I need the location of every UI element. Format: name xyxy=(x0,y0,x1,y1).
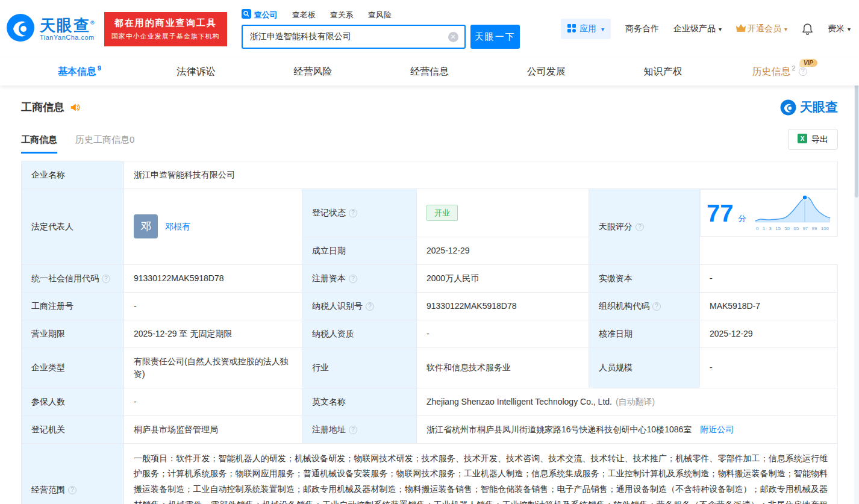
subtab-history-business-info[interactable]: 历史工商信息0 xyxy=(75,134,134,154)
apps-dropdown[interactable]: 应用 xyxy=(561,19,611,39)
notification-bell-icon[interactable] xyxy=(802,23,813,35)
establish-date-value: 2025-12-29 xyxy=(417,237,589,264)
score-number: 77 xyxy=(707,201,734,225)
row-company-name: 企业名称 浙江申造智能科技有限公司 xyxy=(22,161,838,189)
brand-slogan: 都在用的商业查询工具 国家中小企业发展子基金旗下机构 xyxy=(104,12,227,46)
apps-grid-icon xyxy=(567,24,576,34)
company-nav-tabs: 基本信息9 法律诉讼 经营风险 经营信息 公司发展 知识产权 VIP 历史信息2 xyxy=(0,58,859,86)
business-cooperation-link[interactable]: 商务合作 xyxy=(625,23,659,34)
paid-capital-value: - xyxy=(700,264,838,292)
slogan-line2: 国家中小企业发展子基金旗下机构 xyxy=(111,32,220,41)
search-tab-relation[interactable]: 查关系 xyxy=(330,10,354,20)
reg-number-label: 工商注册号 xyxy=(22,292,124,320)
tianyancha-logo[interactable]: 天眼查® TianYanCha.com xyxy=(6,13,96,45)
export-button[interactable]: X 导出 xyxy=(788,129,838,150)
search-tab-company[interactable]: 查公司 xyxy=(242,9,278,20)
legal-rep-avatar[interactable]: 邓 xyxy=(134,214,158,238)
slogan-line1: 都在用的商业查询工具 xyxy=(111,17,220,29)
tab-legal-proceedings[interactable]: 法律诉讼 xyxy=(138,58,255,86)
english-name-label: 英文名称 xyxy=(302,388,417,415)
staff-size-value: - xyxy=(700,347,838,388)
tab-basic-info[interactable]: 基本信息9 xyxy=(21,58,138,86)
business-scope-label: 经营范围 xyxy=(22,443,124,504)
tianyancha-logo-icon xyxy=(6,13,35,45)
tab-history-info[interactable]: VIP 历史信息2 xyxy=(721,58,838,86)
page: 天眼查® TianYanCha.com 都在用的商业查询工具 国家中小企业发展子… xyxy=(0,0,859,504)
insured-count-value: - xyxy=(124,388,302,415)
clear-search-icon[interactable] xyxy=(448,32,458,42)
taxpayer-id-help-icon[interactable] xyxy=(366,302,374,311)
reg-address-value: 浙江省杭州市桐庐县凤川街道姚家路16号快递科技创研中心10楼1086室 附近公司 xyxy=(417,415,838,443)
credit-code-label: 统一社会信用代码 xyxy=(22,264,124,292)
reg-number-value: - xyxy=(124,292,302,320)
header-menu: 应用 商务合作 企业级产品 开通会员 费米 xyxy=(561,19,851,39)
history-help-icon[interactable] xyxy=(799,67,807,76)
tab-intellectual-property[interactable]: 知识产权 xyxy=(605,58,722,86)
company-search-icon xyxy=(242,9,251,20)
company-name-value: 浙江申造智能科技有限公司 xyxy=(124,161,838,189)
row-regnumber-taxid-orgcode: 工商注册号 - 纳税人识别号 91330122MAK5918D78 组织机构代码… xyxy=(22,292,838,320)
search-tab-risk[interactable]: 查风险 xyxy=(368,10,392,20)
reg-address-help-icon[interactable] xyxy=(349,426,357,434)
search-input[interactable] xyxy=(242,25,466,49)
legal-rep-label: 法定代表人 xyxy=(22,189,124,265)
basic-info-count: 9 xyxy=(98,64,101,72)
reg-status-value: 开业 xyxy=(417,189,589,237)
business-term-value: 2025-12-29 至 无固定期限 xyxy=(124,320,302,347)
subtab-business-info[interactable]: 工商信息 xyxy=(21,134,57,154)
page-scrollbar[interactable] xyxy=(854,58,859,504)
credit-code-value: 91330122MAK5918D78 xyxy=(124,264,302,292)
excel-icon: X xyxy=(798,134,807,145)
approval-date-value: 2025-12-29 xyxy=(700,320,838,347)
search-area: 查公司 查老板 查关系 查风险 天眼一下 xyxy=(242,9,520,49)
business-info-table: 企业名称 浙江申造智能科技有限公司 法定代表人 邓 邓根有 登记状态 开业 天眼… xyxy=(21,161,838,504)
industry-value: 软件和信息技术服务业 xyxy=(417,347,589,388)
search-tab-boss[interactable]: 查老板 xyxy=(292,10,316,20)
score-label: 天眼评分 xyxy=(589,189,700,265)
org-code-help-icon[interactable] xyxy=(652,302,661,311)
main-content: 工商信息 天眼查 工商信息 历史工商信息0 X 导出 xyxy=(0,86,859,504)
reg-capital-label: 注册资本 xyxy=(302,264,417,292)
reg-authority-value: 桐庐县市场监督管理局 xyxy=(124,415,302,443)
business-scope-help-icon[interactable] xyxy=(68,486,77,494)
tab-company-development[interactable]: 公司发展 xyxy=(488,58,605,86)
establish-date-label: 成立日期 xyxy=(302,237,417,264)
reg-capital-help-icon[interactable] xyxy=(349,275,357,283)
approval-date-label: 核准日期 xyxy=(589,320,700,347)
legal-rep-link[interactable]: 邓根有 xyxy=(165,220,190,233)
reg-address-label: 注册地址 xyxy=(302,415,417,443)
org-code-label: 组织机构代码 xyxy=(589,292,700,320)
taxpayer-qualification-value: - xyxy=(417,320,589,347)
taxpayer-qualification-label: 纳税人资质 xyxy=(302,320,417,347)
history-info-count: 2 xyxy=(792,64,796,72)
search-button[interactable]: 天眼一下 xyxy=(470,25,520,49)
reg-status-help-icon[interactable] xyxy=(349,209,357,217)
announcement-icon[interactable] xyxy=(69,102,80,113)
crown-icon xyxy=(736,24,746,34)
taxpayer-id-label: 纳税人识别号 xyxy=(302,292,417,320)
score-chart: 0 1 3 15 50 65 97 99 100 xyxy=(754,193,831,232)
row-legal-rep-status-score: 法定代表人 邓 邓根有 登记状态 开业 天眼评分 77 分 xyxy=(22,189,838,237)
row-term-qualification-approval: 营业期限 2025-12-29 至 无固定期限 纳税人资质 - 核准日期 202… xyxy=(22,320,838,347)
business-term-label: 营业期限 xyxy=(22,320,124,347)
subtabs-row: 工商信息 历史工商信息0 X 导出 xyxy=(21,129,838,154)
paid-capital-label: 实缴资本 xyxy=(589,264,700,292)
english-name-value: Zhejiang Shenzao Intelligent Technology … xyxy=(417,388,838,415)
score-value: 77 分 0 1 3 15 50 65 97 99 100 xyxy=(700,189,838,237)
tab-operating-risk[interactable]: 经营风险 xyxy=(254,58,371,86)
user-menu[interactable]: 费米 xyxy=(828,23,851,34)
open-membership-dropdown[interactable]: 开通会员 xyxy=(736,23,787,34)
nearby-companies-link[interactable]: 附近公司 xyxy=(700,425,734,434)
credit-code-help-icon[interactable] xyxy=(102,275,110,283)
row-authority-address: 登记机关 桐庐县市场监督管理局 注册地址 浙江省杭州市桐庐县凤川街道姚家路16号… xyxy=(22,415,838,443)
vip-badge: VIP xyxy=(799,59,817,67)
search-tabs: 查公司 查老板 查关系 查风险 xyxy=(242,9,520,20)
auto-translate-note: (自动翻译) xyxy=(616,397,655,406)
section-header: 工商信息 天眼查 xyxy=(21,86,838,116)
reg-authority-label: 登记机关 xyxy=(22,415,124,443)
enterprise-products-dropdown[interactable]: 企业级产品 xyxy=(673,23,722,34)
score-help-icon[interactable] xyxy=(636,223,644,231)
svg-text:X: X xyxy=(801,135,805,142)
tab-operating-info[interactable]: 经营信息 xyxy=(371,58,488,86)
top-header: 天眼查® TianYanCha.com 都在用的商业查询工具 国家中小企业发展子… xyxy=(0,0,859,58)
